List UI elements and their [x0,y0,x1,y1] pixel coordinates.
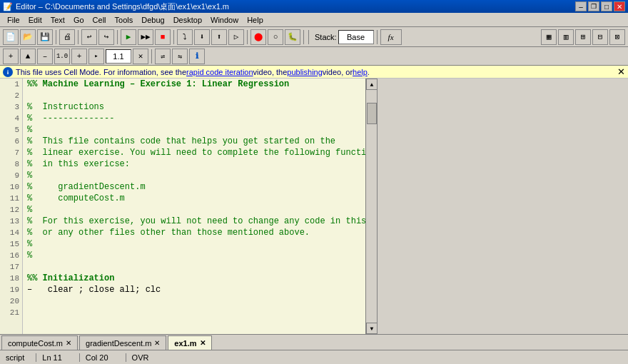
save-button[interactable]: 💾 [37,29,53,45]
scroll-up-button[interactable]: ▲ [366,79,378,90]
line-number-10: 10 [0,181,19,193]
layout-4-button[interactable]: ⊟ [592,29,608,45]
tab-ex1-m[interactable]: ex1.m✕ [168,335,211,350]
scrollbar-thumb[interactable] [367,103,377,124]
stack-select[interactable] [338,30,374,44]
tab-gradientDescent-m[interactable]: gradientDescent.m✕ [79,335,166,350]
code-line-17 [23,261,365,273]
tabs-bar: computeCost.m✕gradientDescent.m✕ex1.m✕ [0,334,628,350]
undo-button[interactable]: ↩ [81,29,97,45]
breakpoint-button[interactable]: ⬤ [250,29,266,45]
infobar-close-button[interactable]: ✕ [617,66,625,77]
clear-bp-button[interactable]: ○ [268,29,283,45]
cell-nav-button[interactable]: 1.0 [54,49,70,64]
tab-close-button[interactable]: ✕ [154,339,160,347]
cell-val-button[interactable]: ▸ [88,49,104,64]
line-number-8: 8 [0,158,19,170]
layout-5-button[interactable]: ⊠ [609,29,625,45]
menu-tools[interactable]: Tools [111,14,138,26]
line-number-6: 6 [0,136,19,147]
line-number-9: 9 [0,170,19,181]
new-file-button[interactable]: 📄 [3,29,19,45]
cell-next-button[interactable]: + [71,49,87,64]
menu-help[interactable]: Help [243,14,268,26]
code-line-3: % Instructions [23,101,365,113]
info-link1[interactable]: rapid code iteration [186,68,253,76]
tab-computeCost-m[interactable]: computeCost.m✕ [1,335,78,350]
add-cell-button[interactable]: + [3,49,19,64]
debug-menu-button[interactable]: 🐛 [285,29,300,45]
continue-button[interactable]: ▷ [228,29,244,45]
menu-cell[interactable]: Cell [88,14,111,26]
tab-close-button[interactable]: ✕ [66,339,71,347]
restore-button[interactable]: ❐ [588,1,599,11]
close-button[interactable]: ✕ [614,1,625,11]
step-in-button[interactable]: ⬇ [194,29,210,45]
step-out-button[interactable]: ⬆ [211,29,227,45]
right-panel [377,79,628,334]
wrap-button[interactable]: ⇌ [155,49,171,64]
editor-icon: 📝 [3,2,13,11]
line-number-1: 1 [0,79,19,90]
sep1 [56,30,56,44]
unwrap-button[interactable]: ⇋ [172,49,188,64]
run-button[interactable]: ▶ [121,29,136,45]
sep8 [377,30,378,44]
menu-go[interactable]: Go [69,14,88,26]
scroll-down-button[interactable]: ▼ [366,323,378,334]
open-button[interactable]: 📂 [20,29,36,45]
maximize-button[interactable]: □ [601,1,612,11]
info-link3[interactable]: help [353,68,368,76]
code-line-9: % [23,170,365,181]
stop-button[interactable]: ■ [155,29,171,45]
info-link2[interactable]: publishing [287,68,323,76]
layout-2-button[interactable]: ▥ [558,29,574,45]
line-numbers: 123456789101112131415161718192021 [0,79,23,334]
code-line-10: % gradientDescent.m [23,181,365,193]
print-button[interactable]: 🖨 [59,29,75,45]
line-number-2: 2 [0,90,19,101]
cell-x-button[interactable]: ✕ [133,49,148,64]
code-line-4: % -------------- [23,113,365,124]
code-area[interactable]: %% Machine Learning – Exercise 1: Linear… [23,79,365,334]
menu-desktop[interactable]: Desktop [169,14,206,26]
line-number-12: 12 [0,204,19,216]
step-button[interactable]: ⤵ [177,29,193,45]
code-line-16: % [23,250,365,261]
line-number-14: 14 [0,227,19,238]
menu-file[interactable]: File [3,14,24,26]
code-line-1: %% Machine Learning – Exercise 1: Linear… [23,79,365,90]
minimize-button[interactable]: – [575,1,587,11]
sep7 [308,30,309,44]
tab-close-button[interactable]: ✕ [200,339,206,347]
tab-label: computeCost.m [8,339,63,348]
sep-c1 [151,49,152,64]
line-number-13: 13 [0,216,19,227]
titlebar: 📝 Editor – C:\Documents and Settings\dfg… [0,0,628,13]
cell-value-input[interactable] [106,49,131,64]
redo-button[interactable]: ↪ [98,29,114,45]
line-number-5: 5 [0,124,19,136]
cell-up-button[interactable]: ▲ [20,49,36,64]
run-section-button[interactable]: ▶▶ [138,29,153,45]
line-number-20: 20 [0,295,19,307]
vertical-scrollbar[interactable]: ▲ ▼ [365,79,377,334]
code-line-5: % [23,124,365,136]
info-text2: video, the [253,68,288,76]
menu-text[interactable]: Text [46,14,69,26]
layout-3-button[interactable]: ⊞ [575,29,591,45]
code-line-6: % This file contains code that helps you… [23,136,365,147]
code-line-12: % [23,204,365,216]
line-number-7: 7 [0,147,19,158]
info-button[interactable]: ℹ [189,49,205,64]
line-number-3: 3 [0,101,19,113]
menu-window[interactable]: Window [206,14,243,26]
fx-button[interactable]: fx [380,29,402,45]
menu-debug[interactable]: Debug [137,14,168,26]
minus-button[interactable]: – [37,49,53,64]
menubar: File Edit Text Go Cell Tools Debug Deskt… [0,13,628,27]
line-number-4: 4 [0,113,19,124]
layout-1-button[interactable]: ▦ [541,29,557,45]
menu-edit[interactable]: Edit [24,14,46,26]
titlebar-title: 📝 Editor – C:\Documents and Settings\dfg… [3,1,229,12]
